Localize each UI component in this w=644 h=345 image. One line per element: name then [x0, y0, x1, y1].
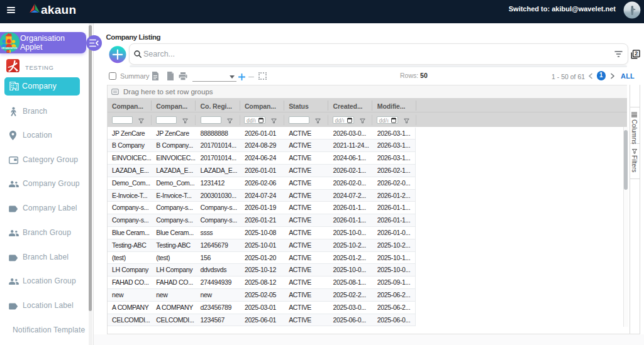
svg-text:2: 2: [635, 50, 638, 57]
svg-text:ORGANIZATION: ORGANIZATION: [1, 47, 18, 49]
